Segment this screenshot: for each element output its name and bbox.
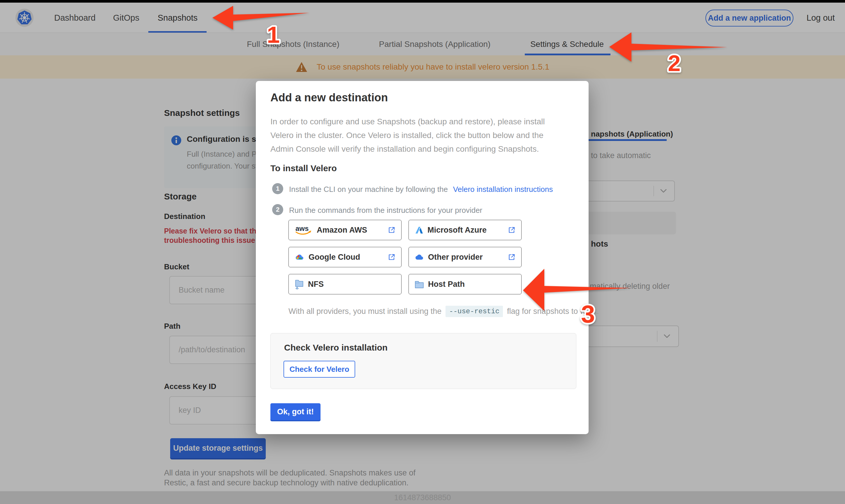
provider-label: Other provider bbox=[428, 253, 483, 262]
restic-note-after: flag for snapshots to work. bbox=[507, 307, 599, 316]
provider-amazon-aws-button[interactable]: aws Amazon AWS bbox=[288, 220, 402, 240]
step-1-badge: 1 bbox=[272, 183, 283, 194]
add-destination-modal: Add a new destination In order to config… bbox=[256, 81, 588, 434]
folder-icon bbox=[415, 280, 424, 289]
check-velero-heading: Check Velero installation bbox=[284, 343, 388, 353]
external-link-icon bbox=[508, 226, 515, 234]
step-2-badge: 2 bbox=[272, 204, 283, 215]
nfs-folder-icon bbox=[295, 278, 304, 290]
use-restic-flag-code: --use-restic bbox=[445, 306, 503, 317]
restic-note: With all providers, you must install usi… bbox=[288, 306, 599, 317]
provider-other-button[interactable]: Other provider bbox=[408, 247, 522, 267]
provider-google-cloud-button[interactable]: Google Cloud bbox=[288, 247, 402, 267]
ok-got-it-button[interactable]: Ok, got it! bbox=[270, 403, 320, 420]
provider-label: Microsoft Azure bbox=[427, 226, 487, 235]
check-for-velero-button[interactable]: Check for Velero bbox=[283, 361, 355, 378]
external-link-icon bbox=[388, 253, 395, 261]
provider-label: NFS bbox=[308, 280, 324, 289]
provider-nfs-button[interactable]: NFS bbox=[288, 274, 402, 294]
azure-logo bbox=[415, 226, 423, 234]
install-velero-heading: To install Velero bbox=[270, 163, 337, 173]
provider-label: Google Cloud bbox=[309, 253, 360, 262]
step-2-text: Run the commands from the instructions f… bbox=[289, 206, 482, 215]
svg-text:aws: aws bbox=[296, 225, 309, 232]
aws-logo: aws bbox=[295, 225, 313, 235]
modal-body-text: In order to configure and use Snapshots … bbox=[270, 115, 575, 156]
provider-label: Amazon AWS bbox=[317, 226, 367, 235]
external-link-icon bbox=[388, 226, 395, 234]
velero-instructions-link[interactable]: Velero installation instructions bbox=[453, 185, 553, 194]
external-link-icon bbox=[508, 253, 515, 261]
step-1-text: Install the CLI on your machine by follo… bbox=[289, 185, 448, 194]
google-cloud-logo bbox=[295, 253, 304, 261]
provider-microsoft-azure-button[interactable]: Microsoft Azure bbox=[408, 220, 522, 240]
cloud-icon bbox=[415, 253, 424, 261]
modal-title: Add a new destination bbox=[270, 91, 388, 104]
provider-host-path-button[interactable]: Host Path bbox=[408, 274, 522, 294]
check-velero-section: Check Velero installation Check for Vele… bbox=[270, 333, 576, 389]
admin-console-screen: Dashboard GitOps Snapshots Add a new app… bbox=[0, 0, 845, 504]
restic-note-before: With all providers, you must install usi… bbox=[288, 307, 441, 316]
provider-label: Host Path bbox=[428, 280, 465, 289]
